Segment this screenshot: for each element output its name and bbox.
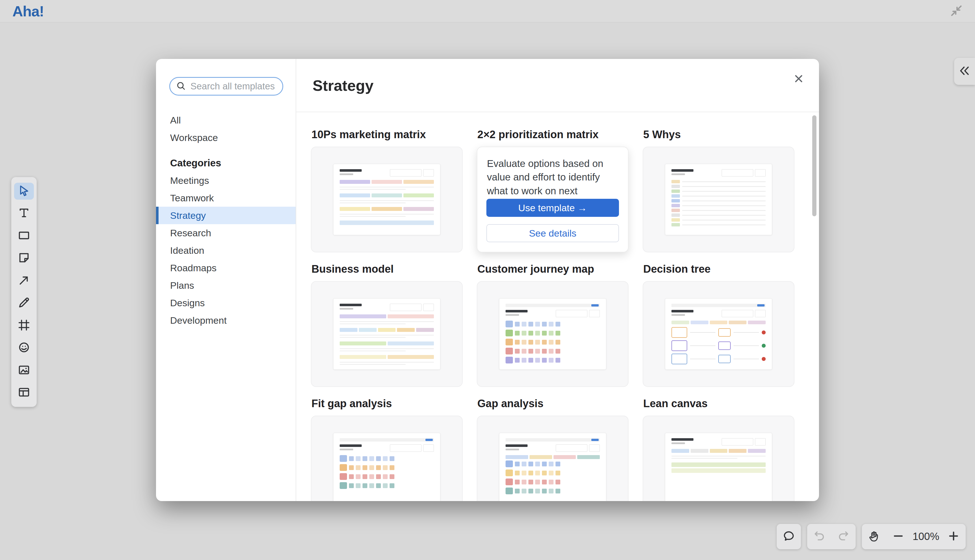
zoom-level: 100% <box>910 531 942 543</box>
templates-content: Strategy 10Ps marketing matrix2×2 priori… <box>296 59 819 501</box>
template-tile: 5 Whys <box>643 128 795 252</box>
templates-sidebar: AllWorkspaceCategoriesMeetingsTeamworkSt… <box>156 59 296 501</box>
sidebar-item-meetings[interactable]: Meetings <box>156 172 296 189</box>
whiteboard-canvas[interactable]: { "topbar": { "logo": "Aha!" }, "toolbar… <box>0 0 975 560</box>
template-thumbnail <box>499 298 606 370</box>
collapse-window-button[interactable] <box>949 4 964 18</box>
template-title: Decision tree <box>643 263 795 275</box>
search-input[interactable] <box>190 81 277 92</box>
canvas-controls: 100% <box>777 524 966 549</box>
zoom-pill: 100% <box>862 524 966 549</box>
undo-icon <box>813 530 826 543</box>
decision-tree-card[interactable] <box>643 281 795 387</box>
sidebar-item-plans[interactable]: Plans <box>156 277 296 294</box>
template-search <box>169 77 283 96</box>
comment-bubble-icon <box>782 530 795 543</box>
sidebar-item-teamwork[interactable]: Teamwork <box>156 189 296 207</box>
text-icon <box>17 207 30 220</box>
search-icon <box>176 81 186 92</box>
zoom-in-button[interactable] <box>942 524 966 549</box>
template-tile: Business model <box>311 263 462 387</box>
see-details-button[interactable]: See details <box>486 224 619 242</box>
template-grid: 10Ps marketing matrix2×2 prioritization … <box>296 112 819 501</box>
template-title: 10Ps marketing matrix <box>311 128 462 141</box>
pen-tool[interactable] <box>14 295 34 312</box>
arrow-icon <box>17 274 30 288</box>
close-icon <box>793 73 805 86</box>
content-header: Strategy <box>296 59 819 112</box>
template-title: Gap analysis <box>477 397 629 410</box>
plus-icon <box>947 530 960 543</box>
sidebar-item-roadmaps[interactable]: Roadmaps <box>156 259 296 277</box>
template-tile: 2×2 prioritization matrixEvaluate option… <box>477 128 629 252</box>
template-tile: 10Ps marketing matrix <box>311 128 462 252</box>
business-model-card[interactable] <box>311 281 462 387</box>
sidebar-item-workspace[interactable]: Workspace <box>156 129 296 146</box>
template-title: Business model <box>311 263 462 275</box>
lean-canvas-card[interactable] <box>643 416 795 501</box>
sticky-note-tool[interactable] <box>14 250 34 267</box>
collapse-panel-button[interactable] <box>954 58 975 85</box>
sticker-tool[interactable] <box>14 340 34 357</box>
template-thumbnail <box>665 433 772 501</box>
templates-modal: AllWorkspaceCategoriesMeetingsTeamworkSt… <box>156 59 819 501</box>
sticker-smiley-icon <box>17 341 30 355</box>
sidebar-item-strategy[interactable]: Strategy <box>156 207 296 224</box>
rectangle-icon <box>17 229 30 243</box>
image-icon <box>17 363 30 378</box>
template-title: 5 Whys <box>643 128 795 141</box>
fit-gap-analysis-card[interactable] <box>311 416 462 501</box>
10ps-marketing-matrix-card[interactable] <box>311 147 462 252</box>
use-template-button[interactable]: Use template → <box>486 199 619 217</box>
template-thumbnail <box>665 164 772 235</box>
comment-button[interactable] <box>777 524 801 549</box>
zoom-out-button[interactable] <box>886 524 910 549</box>
close-modal-button[interactable] <box>791 71 806 87</box>
comment-pill <box>777 524 801 549</box>
pan-tool-button[interactable] <box>862 524 886 549</box>
shape-tool[interactable] <box>14 228 34 245</box>
pencil-icon <box>17 296 30 310</box>
text-tool[interactable] <box>14 205 34 222</box>
template-description: Evaluate options based on value and effo… <box>486 157 619 198</box>
modal-scrollbar[interactable] <box>812 115 816 216</box>
image-tool[interactable] <box>14 362 34 379</box>
select-tool[interactable] <box>14 183 34 200</box>
arrow-tool[interactable] <box>14 272 34 289</box>
sidebar-item-ideation[interactable]: Ideation <box>156 242 296 259</box>
frame-tool[interactable] <box>14 317 34 334</box>
5-whys-card[interactable] <box>643 147 795 252</box>
template-tile: Decision tree <box>643 263 795 387</box>
sidebar-item-development[interactable]: Development <box>156 312 296 329</box>
template-title: Fit gap analysis <box>311 397 462 410</box>
top-bar: Aha! <box>0 0 975 23</box>
template-title: Customer journey map <box>477 263 629 275</box>
frame-icon <box>17 318 30 333</box>
sidebar-item-research[interactable]: Research <box>156 224 296 242</box>
categories-heading: Categories <box>156 154 296 172</box>
minus-icon <box>892 530 905 543</box>
2-2-prioritization-matrix-card[interactable]: Evaluate options based on value and effo… <box>477 147 629 252</box>
redo-icon <box>837 530 850 543</box>
template-thumbnail <box>665 298 772 370</box>
table-tool[interactable] <box>14 384 34 401</box>
customer-journey-map-card[interactable] <box>477 281 629 387</box>
undo-button[interactable] <box>807 524 831 549</box>
template-tile: Fit gap analysis <box>311 397 462 501</box>
cursor-icon <box>17 184 30 198</box>
template-thumbnail <box>499 433 606 501</box>
template-category-nav: AllWorkspaceCategoriesMeetingsTeamworkSt… <box>156 112 296 329</box>
template-thumbnail <box>333 164 441 235</box>
hand-icon <box>868 530 880 543</box>
drawing-toolbar <box>11 177 37 407</box>
sidebar-item-all[interactable]: All <box>156 112 296 129</box>
sidebar-item-designs[interactable]: Designs <box>156 294 296 312</box>
aha-logo: Aha! <box>12 3 44 20</box>
template-tile: Lean canvas <box>643 397 795 501</box>
gap-analysis-card[interactable] <box>477 416 629 501</box>
template-title: 2×2 prioritization matrix <box>477 128 629 141</box>
page-title: Strategy <box>312 77 374 94</box>
template-thumbnail <box>333 298 441 370</box>
redo-button[interactable] <box>831 524 856 549</box>
sticky-note-icon <box>17 251 30 265</box>
